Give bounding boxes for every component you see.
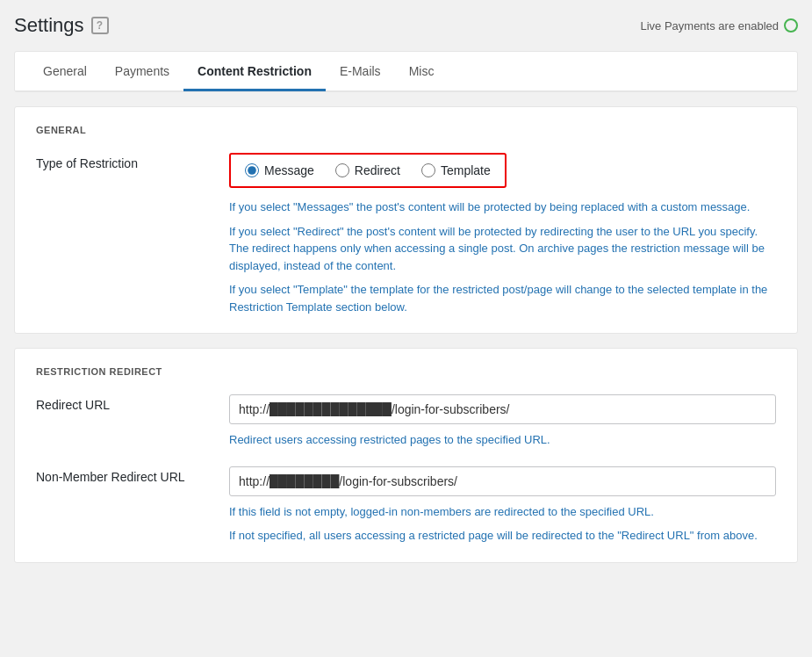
radio-redirect-label: Redirect [355,163,400,177]
help-text-message: If you select "Messages" the post's cont… [229,199,776,216]
general-section: GENERAL Type of Restriction Message Redi… [14,106,798,334]
tabs-card: General Payments Content Restriction E-M… [14,51,798,92]
redirect-url-help: Redirect users accessing restricted page… [229,431,776,449]
non-member-redirect-url-help-2: If not specified, all users accessing a … [229,527,776,545]
live-payments-badge: Live Payments are enabled [640,18,798,32]
radio-template-input[interactable] [421,163,435,177]
tab-general[interactable]: General [29,52,101,91]
radio-message-input[interactable] [245,163,259,177]
radio-template[interactable]: Template [421,163,491,177]
radio-message[interactable]: Message [245,163,314,177]
tab-payments[interactable]: Payments [101,52,183,91]
restriction-redirect-section: RESTRICTION REDIRECT Redirect URL Redire… [14,348,798,563]
non-member-redirect-url-row: Non-Member Redirect URL If this field is… [36,466,776,545]
help-icon[interactable]: ? [91,17,109,34]
tabs-nav: General Payments Content Restriction E-M… [15,52,797,91]
redirect-url-input[interactable] [229,394,776,424]
general-section-label: GENERAL [36,125,776,135]
restriction-redirect-label: RESTRICTION REDIRECT [36,366,776,377]
radio-redirect[interactable]: Redirect [335,163,400,177]
non-member-redirect-url-control: If this field is not empty, logged-in no… [229,466,776,545]
live-indicator-icon [784,18,798,32]
type-of-restriction-control: Message Redirect Template If you select … [229,153,776,315]
tab-emails[interactable]: E-Mails [326,52,395,91]
non-member-redirect-url-label: Non-Member Redirect URL [36,466,229,484]
restriction-type-radio-group: Message Redirect Template [229,153,507,188]
redirect-url-control: Redirect users accessing restricted page… [229,394,776,449]
non-member-redirect-url-input[interactable] [229,466,776,496]
page-header: Settings ? Live Payments are enabled [14,14,798,37]
non-member-redirect-url-help-1: If this field is not empty, logged-in no… [229,503,776,521]
radio-message-label: Message [264,163,314,177]
help-text-template: If you select "Template" the template fo… [229,281,776,315]
redirect-url-row: Redirect URL Redirect users accessing re… [36,394,776,449]
type-of-restriction-row: Type of Restriction Message Redirect Tem… [36,153,776,315]
redirect-url-label: Redirect URL [36,394,229,412]
tab-content-restriction[interactable]: Content Restriction [183,52,326,91]
type-of-restriction-label: Type of Restriction [36,153,229,170]
tab-misc[interactable]: Misc [395,52,449,91]
radio-redirect-input[interactable] [335,163,349,177]
page-title: Settings [14,14,84,37]
help-text-redirect: If you select "Redirect" the post's cont… [229,223,776,275]
live-payments-label: Live Payments are enabled [640,19,779,32]
title-area: Settings ? [14,14,109,37]
radio-template-label: Template [441,163,491,177]
